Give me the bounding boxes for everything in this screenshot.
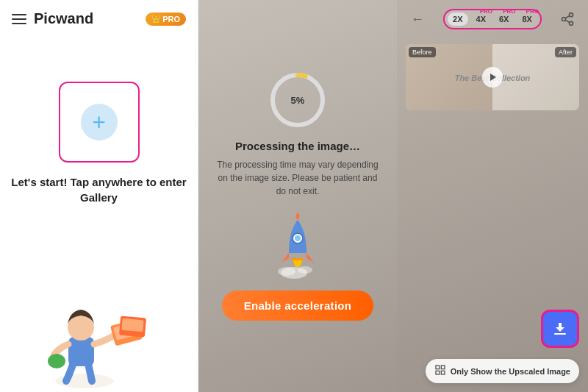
scale-4x-button[interactable]: PRO 4X [471,13,491,26]
processing-description: The processing time may vary depending o… [198,158,397,198]
scale-8x-button[interactable]: PRO 8X [517,13,537,26]
menu-icon[interactable] [12,14,26,24]
svg-rect-22 [436,366,440,369]
svg-rect-7 [121,318,143,332]
app-title: Picwand [34,10,93,27]
svg-rect-24 [441,371,445,374]
right-panel: ← 2X PRO 4X PRO 6X PRO 8X Befor [397,0,588,392]
scale-6x-button[interactable]: PRO 6X [494,13,514,26]
pro-tag-8x: PRO [526,8,539,15]
svg-rect-23 [441,366,445,369]
illustration [0,274,198,392]
svg-line-18 [565,20,570,22]
middle-panel: ← 5% Processing the image… The processin… [198,0,397,392]
gallery-prompt-text: Let's start! Tap anywhere to enter Galle… [0,174,198,205]
gallery-section: + Let's start! Tap anywhere to enter Gal… [0,82,198,205]
middle-content: 5% Processing the image… The processing … [198,41,397,321]
crown-icon: 👑 [151,15,160,23]
pro-tag-6x: PRO [503,8,515,15]
nav-left-arrow[interactable]: ← [406,7,429,31]
scale-2x-button[interactable]: 2X [448,13,467,26]
pro-tag-4x: PRO [480,8,492,15]
svg-point-14 [295,235,301,241]
pro-badge[interactable]: 👑 PRO [146,13,186,26]
svg-line-19 [565,15,570,18]
download-button[interactable] [541,310,579,348]
processing-title: Processing the image… [235,140,360,152]
left-panel: Picwand 👑 PRO + Let's start! Tap anywher… [0,0,198,392]
svg-marker-20 [490,74,496,81]
enable-acceleration-button[interactable]: Enable acceleration [222,291,374,321]
scale-options: 2X PRO 4X PRO 6X PRO 8X [443,9,542,29]
progress-container: 5% [268,71,327,129]
upscale-toggle-label: Only Show the Upscaled Image [451,367,570,376]
upscale-icon [434,364,446,378]
svg-point-5 [48,354,65,368]
rocket-illustration [268,213,327,279]
svg-rect-25 [436,371,440,374]
svg-point-15 [570,13,573,17]
plus-icon: + [81,104,118,140]
progress-label: 5% [291,95,305,106]
svg-rect-21 [554,333,566,335]
share-button[interactable] [556,7,579,31]
before-label: Before [409,47,436,57]
preview-image: Before After The Best Collection [406,44,579,110]
svg-rect-1 [68,337,94,366]
header-left: Picwand [12,10,93,27]
svg-point-16 [562,18,566,21]
svg-point-12 [298,266,312,274]
gallery-add-button[interactable]: + [59,82,140,163]
play-button[interactable] [482,67,503,88]
after-label: After [555,47,576,57]
right-header: ← 2X PRO 4X PRO 6X PRO 8X [397,0,588,38]
app-header: Picwand 👑 PRO [0,0,198,38]
svg-point-17 [570,21,573,25]
svg-point-11 [278,267,295,276]
upscale-toggle[interactable]: Only Show the Upscaled Image [426,359,579,383]
